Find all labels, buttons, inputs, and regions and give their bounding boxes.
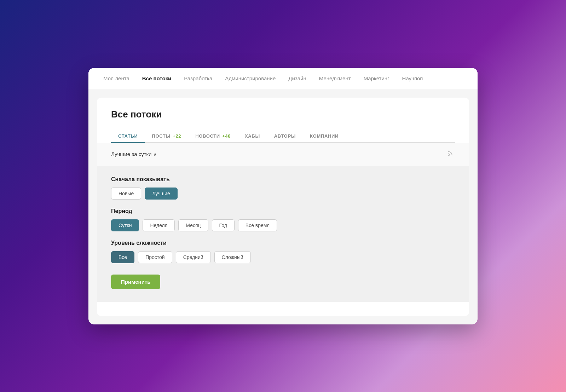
main-content: Все потоки СТАТЬИПОСТЫ +22НОВОСТИ +48ХАБ… [97,98,469,316]
nav-item-дизайн[interactable]: Дизайн [288,68,307,89]
apply-button[interactable]: Применить [111,275,160,289]
show-first-group: НовыеЛучшие [111,188,455,200]
rss-icon[interactable] [447,149,455,159]
nav-item-научпоп[interactable]: Научпоп [402,68,424,89]
tab-новости[interactable]: НОВОСТИ +48 [188,130,238,142]
period-btn-всё время[interactable]: Всё время [238,219,277,231]
page-title: Все потоки [111,109,455,120]
filter-bar[interactable]: Лучшие за сутки ∧ [97,143,469,166]
main-window: Моя лентаВсе потокиРазработкаАдминистрир… [88,68,478,324]
period-btn-месяц[interactable]: Месяц [178,219,208,231]
tab-хабы[interactable]: ХАБЫ [238,130,267,142]
period-btn-год[interactable]: Год [212,219,235,231]
tabs-bar: СТАТЬИПОСТЫ +22НОВОСТИ +48ХАБЫАВТОРЫКОМП… [111,130,455,143]
dropdown-panel: Сначала показывать НовыеЛучшие Период Су… [97,166,469,302]
nav-item-моя-лента[interactable]: Моя лента [103,68,130,89]
nav-bar: Моя лентаВсе потокиРазработкаАдминистрир… [88,68,478,89]
nav-item-разработка[interactable]: Разработка [183,68,213,89]
nav-item-все-потоки[interactable]: Все потоки [142,68,172,89]
difficulty-btn-средний[interactable]: Средний [176,251,211,263]
period-btn-неделя[interactable]: Неделя [143,219,175,231]
period-title: Период [111,208,455,214]
show-first-btn-лучшие[interactable]: Лучшие [145,188,177,200]
svg-point-0 [448,155,450,156]
nav-item-администрирование[interactable]: Администрирование [224,68,276,89]
difficulty-btn-все[interactable]: Все [111,251,134,263]
period-btn-сутки[interactable]: Сутки [111,219,139,231]
tab-посты[interactable]: ПОСТЫ +22 [145,130,188,142]
difficulty-group: ВсеПростойСреднийСложный [111,251,455,263]
chevron-icon: ∧ [154,152,157,157]
filter-text: Лучшие за сутки [111,151,151,157]
tab-авторы[interactable]: АВТОРЫ [267,130,303,142]
show-first-title: Сначала показывать [111,176,455,183]
difficulty-title: Уровень сложности [111,240,455,246]
nav-item-менеджмент[interactable]: Менеджмент [318,68,352,89]
tab-статьи[interactable]: СТАТЬИ [111,130,145,142]
difficulty-btn-простой[interactable]: Простой [138,251,172,263]
tab-компании[interactable]: КОМПАНИИ [303,130,346,142]
show-first-btn-новые[interactable]: Новые [111,188,141,200]
difficulty-btn-сложный[interactable]: Сложный [214,251,251,263]
period-group: СуткиНеделяМесяцГодВсё время [111,219,455,231]
filter-label[interactable]: Лучшие за сутки ∧ [111,151,157,157]
nav-item-маркетинг[interactable]: Маркетинг [363,68,390,89]
